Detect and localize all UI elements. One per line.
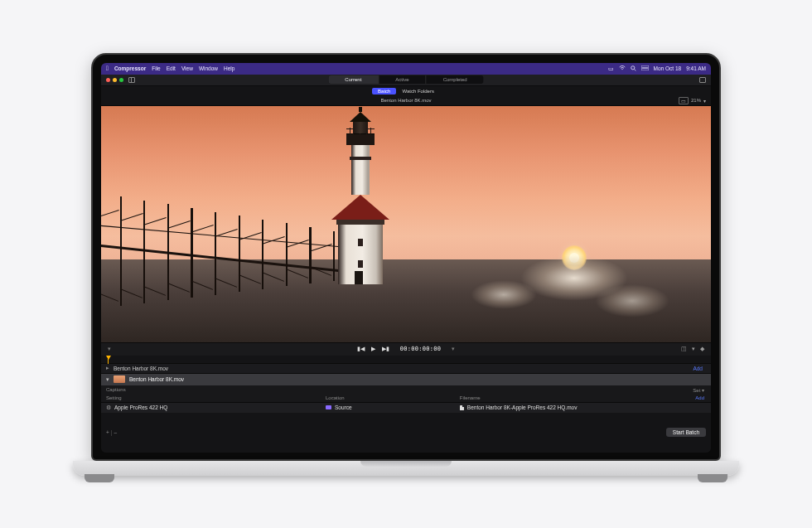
location-name: Source [335,404,352,410]
job-header: ▸ Benton Harbor 8K.mov Add [101,364,711,374]
compare-icon[interactable]: ◫ [681,346,687,352]
close-window-button[interactable] [106,78,110,82]
control-center-icon[interactable] [641,65,649,71]
preview-title-row: Benton Harbor 8K.mov ▭ 21% ▾ [101,96,711,106]
job-add-link[interactable]: Add [693,366,703,371]
sidebar-toggle-icon[interactable] [128,77,135,83]
chevron-down-icon[interactable]: ▾ [703,98,706,104]
menu-file[interactable]: File [152,65,160,71]
tab-current[interactable]: Current [328,75,379,84]
document-icon [460,405,464,410]
menu-view[interactable]: View [181,65,193,71]
battery-icon[interactable]: ▭ [608,65,614,72]
wifi-icon[interactable] [619,65,626,71]
clip-thumbnail [114,375,125,383]
search-icon[interactable] [631,65,636,72]
zoom-value: 21% [691,98,701,103]
subtabs: Batch Watch Folders [101,86,711,96]
playback-bar: ▾ ▮◀ ▶ ▶▮ 00:00:00:00 ▾ ◫ ▾ ◆ [101,342,711,356]
timeline[interactable] [101,356,711,364]
menubar-time[interactable]: 9:41 AM [686,65,706,71]
captions-row: Captions Set ▾ [101,385,711,395]
toolbar: Current Active Completed [101,75,711,86]
preview-content [331,110,389,284]
columns-header: Setting Location Filename Add [101,395,711,403]
fit-icon[interactable]: ▭ [679,97,689,104]
output-filename: Benton Harbor 8K-Apple ProRes 422 HQ.mov [467,404,578,410]
marker-icon[interactable]: ◆ [700,346,704,352]
tab-active[interactable]: Active [379,75,426,84]
laptop-base [73,461,739,476]
view-segmented-control: Current Active Completed [328,75,483,84]
tab-completed[interactable]: Completed [427,75,484,84]
footer-bar: + | – Start Batch [101,413,711,453]
svg-rect-2 [641,65,649,68]
start-batch-button[interactable]: Start Batch [666,428,706,437]
col-setting: Setting [101,395,321,400]
menu-help[interactable]: Help [224,65,234,71]
screen:  Compressor File Edit View Window Help … [101,63,711,453]
folder-icon [326,405,331,409]
setting-name: Apple ProRes 422 HQ [114,404,167,410]
menu-edit[interactable]: Edit [167,65,176,71]
play-button[interactable]: ▶ [371,346,375,352]
loop-chevron-icon[interactable]: ▾ [692,346,695,352]
inspector-toggle-icon[interactable] [699,77,706,83]
job-title: Benton Harbor 8K.mov [114,366,168,371]
disclosure-triangle-icon[interactable]: ▸ [106,365,109,371]
disclosure-down-icon[interactable]: ▾ [106,376,109,383]
playhead-icon[interactable] [106,356,111,360]
menu-window[interactable]: Window [199,65,218,71]
setting-row[interactable]: ⚙ Apple ProRes 422 HQ Source Benton Harb… [101,403,711,413]
remove-button[interactable]: – [114,429,118,435]
col-filename: Filename [455,395,695,400]
next-frame-button[interactable]: ▶▮ [382,346,389,352]
add-button[interactable]: + [106,429,109,435]
minimize-window-button[interactable] [113,78,117,82]
window-controls [106,78,123,82]
clip-name: Benton Harbor 8K.mov [129,376,184,382]
video-preview[interactable] [101,106,711,342]
timecode-chevron-icon[interactable]: ▾ [452,346,455,352]
col-add-link[interactable]: Add [695,395,711,400]
fullscreen-window-button[interactable] [119,78,123,82]
preview-filename: Benton Harbor 8K.mov [380,98,431,103]
menubar-date[interactable]: Mon Oct 18 [654,65,682,71]
svg-rect-3 [641,68,649,70]
menubar:  Compressor File Edit View Window Help … [101,63,711,75]
screen-bezel:  Compressor File Edit View Window Help … [91,53,721,461]
col-location: Location [321,395,455,400]
svg-line-1 [634,69,636,70]
mark-in-icon[interactable]: ▾ [108,346,111,352]
zoom-control[interactable]: ▭ 21% ▾ [679,97,706,104]
job-row[interactable]: ▾ Benton Harbor 8K.mov [101,374,711,385]
captions-label: Captions [106,387,126,392]
app-name[interactable]: Compressor [114,65,146,71]
svg-point-0 [631,65,634,69]
prev-frame-button[interactable]: ▮◀ [357,346,365,352]
macbook-pro:  Compressor File Edit View Window Help … [91,53,721,476]
captions-set-button[interactable]: Set ▾ [693,387,704,393]
gear-icon: ⚙ [106,404,111,411]
subtab-batch[interactable]: Batch [372,88,396,94]
apple-logo-icon[interactable]:  [106,65,109,72]
timecode[interactable]: 00:00:00:00 [396,345,446,353]
subtab-watch-folders[interactable]: Watch Folders [396,88,439,94]
